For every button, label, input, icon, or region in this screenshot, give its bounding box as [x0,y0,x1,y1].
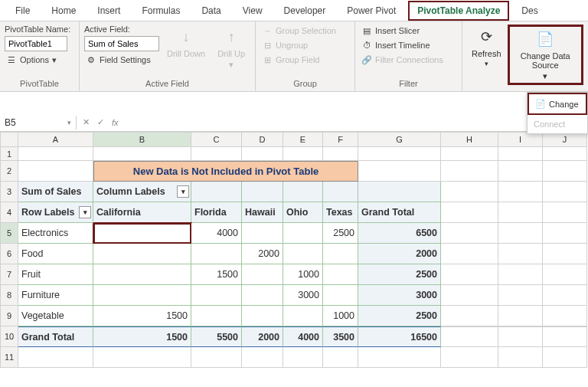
cell[interactable] [441,244,498,264]
pivot-state[interactable]: Hawaii [242,202,283,223]
pivot-value[interactable] [242,264,283,285]
pivot-value[interactable] [242,223,283,244]
cell[interactable] [441,306,498,326]
row-header-1[interactable]: 1 [0,147,18,161]
pivot-value[interactable] [191,306,242,326]
cell[interactable] [242,347,283,368]
pivot-value[interactable]: 2500 [323,223,358,244]
change-data-source-button[interactable]: 📄Change Data Source ▾ [508,25,583,85]
cell[interactable] [242,147,283,161]
row-header-10[interactable]: 10 [0,326,18,347]
cell[interactable] [441,326,498,347]
row-header-11[interactable]: 11 [0,347,18,368]
menu-home[interactable]: Home [42,1,85,21]
cell[interactable] [441,147,498,161]
cell[interactable] [18,347,93,368]
cell[interactable] [323,182,358,202]
row-header-8[interactable]: 8 [0,285,18,306]
col-header-a[interactable]: A [18,132,93,147]
pivottable-name-input[interactable] [5,36,67,51]
cell[interactable] [191,347,242,368]
cell[interactable] [191,147,242,161]
cell[interactable] [358,182,441,202]
cell[interactable] [323,347,358,368]
pivot-state[interactable]: Texas [323,202,358,223]
pivot-value[interactable]: 4000 [191,223,242,244]
pivot-row-total[interactable]: 2000 [358,244,441,264]
pivot-value[interactable] [93,244,191,264]
col-header-j[interactable]: J [543,132,587,147]
cell[interactable] [283,347,323,368]
cell[interactable] [441,347,498,368]
pivot-grand-total-label[interactable]: Grand Total [18,326,93,347]
cell[interactable] [93,347,191,368]
cell[interactable] [543,244,587,264]
select-all-corner[interactable] [0,132,18,147]
cell[interactable] [283,182,323,202]
menu-design[interactable]: Des [512,1,547,21]
col-header-i[interactable]: I [498,132,543,147]
menu-insert[interactable]: Insert [88,1,129,21]
menu-pivottable-analyze[interactable]: PivotTable Analyze [408,1,509,21]
cell[interactable] [323,147,358,161]
cell[interactable] [543,182,587,202]
cell[interactable] [191,182,242,202]
cell[interactable] [441,223,498,244]
insert-slicer-button[interactable]: ▤Insert Slicer [360,25,457,37]
pivot-total[interactable]: 3500 [323,326,358,347]
pivot-value[interactable] [283,306,323,326]
pivot-total[interactable]: 1500 [93,326,191,347]
cell[interactable] [498,202,543,223]
pivot-column-labels[interactable]: Column Labels [93,182,191,202]
title-banner[interactable]: New Data is Not Included in Pivot Table [93,161,358,182]
cell[interactable] [498,306,543,326]
menu-data[interactable]: Data [192,1,230,21]
pivot-value[interactable] [93,285,191,306]
refresh-button[interactable]: ⟳Refresh▾ [467,25,506,69]
row-header-3[interactable]: 3 [0,182,18,202]
pivot-sum-label[interactable]: Sum of Sales [18,182,93,202]
pivot-value[interactable]: 1500 [93,306,191,326]
cell[interactable] [498,326,543,347]
pivot-value[interactable]: 1000 [283,264,323,285]
pivot-value[interactable] [191,244,242,264]
options-button[interactable]: ☰Options ▾ [5,54,74,66]
pivot-row-total[interactable]: 3000 [358,285,441,306]
col-header-g[interactable]: G [358,132,441,147]
cell[interactable] [498,264,543,285]
pivot-value[interactable]: 1500 [191,264,242,285]
col-header-h[interactable]: H [441,132,498,147]
pivot-row-total[interactable]: 2500 [358,306,441,326]
row-header-2[interactable]: 2 [0,161,18,182]
cell[interactable] [543,347,587,368]
pivot-grand-total-value[interactable]: 16500 [358,326,441,347]
cell[interactable] [283,147,323,161]
menu-formulas[interactable]: Formulas [132,1,189,21]
field-settings-button[interactable]: ⚙Field Settings [84,54,159,66]
pivot-row-label[interactable]: Food [18,244,93,264]
cell[interactable] [498,347,543,368]
cell[interactable] [498,223,543,244]
menu-view[interactable]: View [234,1,272,21]
pivot-value[interactable] [283,244,323,264]
menu-powerpivot[interactable]: Power Pivot [338,1,405,21]
cell[interactable] [358,147,441,161]
pivot-value[interactable] [323,264,358,285]
pivot-value[interactable] [283,223,323,244]
cell[interactable] [543,285,587,306]
cell[interactable] [242,182,283,202]
pivot-value[interactable] [323,244,358,264]
row-header-4[interactable]: 4 [0,202,18,223]
insert-timeline-button[interactable]: ⏱Insert Timeline [360,39,457,51]
col-header-b[interactable]: B [93,132,191,147]
col-header-e[interactable]: E [283,132,323,147]
name-box[interactable]: B5▾ [0,116,77,130]
fx-icon[interactable]: fx [112,118,119,127]
cell[interactable] [18,161,93,182]
pivot-value[interactable] [93,223,191,244]
cell[interactable] [543,223,587,244]
cell[interactable] [543,161,587,182]
cell[interactable] [498,161,543,182]
row-header-9[interactable]: 9 [0,306,18,326]
row-header-7[interactable]: 7 [0,264,18,285]
